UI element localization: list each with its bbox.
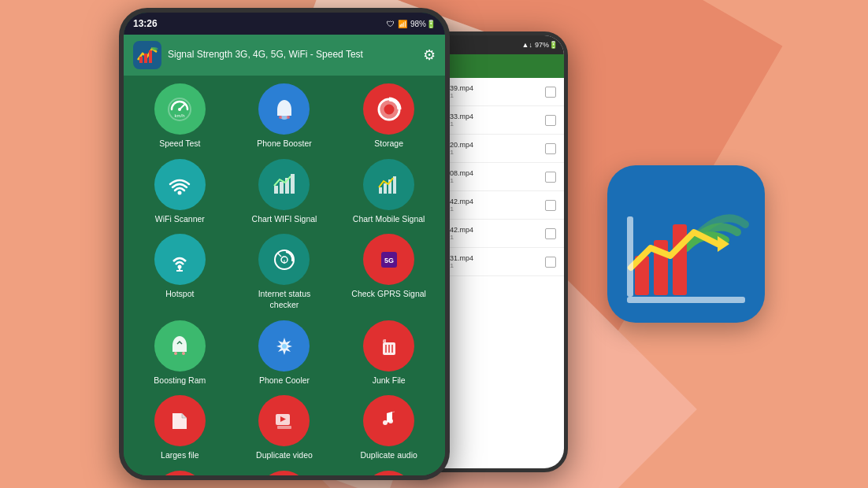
internet-status-label: Internet status checker [245,289,324,310]
grid-row-1: km/h Speed Test [128,83,441,150]
file-checkbox-1[interactable] [545,115,556,126]
grid-item-images[interactable] [140,471,219,475]
svg-text:km/h: km/h [175,113,185,118]
grid-row-3: Hotspot i Internet status [128,234,441,310]
grid-item-chart-mobile[interactable]: Chart Mobile Signal [350,159,428,225]
file-checkbox-4[interactable] [545,200,556,211]
file-checkbox-6[interactable] [545,257,556,268]
speed-test-label: Speed Test [159,139,200,150]
svg-point-29 [182,352,185,355]
svg-text:i: i [284,259,285,264]
wifi-scanner-icon [154,159,206,210]
grid-item-phone-booster[interactable]: Phone Booster [245,83,324,150]
check-gprs-label: Check GPRS Signal [351,289,426,300]
duplicate-audio-icon [363,395,414,446]
svg-point-9 [287,116,290,119]
phone-2-battery: 97%🔋 [535,41,558,49]
chart-wifi-label: Chart WIFI Signal [252,214,317,225]
svg-rect-16 [291,174,295,194]
svg-rect-1 [144,54,147,63]
svg-rect-37 [277,426,291,429]
app-icon-small [133,41,161,69]
svg-point-30 [282,344,287,349]
grid-item-larges-file[interactable]: Larges file [140,395,219,461]
file-checkbox-3[interactable] [545,172,556,183]
hotspot-icon [154,234,206,285]
svg-point-5 [178,108,181,111]
grid-item-wifi-scanner[interactable]: WiFi Scanner [140,159,219,225]
grid-item-check-gprs[interactable]: 5G Check GPRS Signal [350,234,428,310]
svg-point-39 [388,419,393,423]
file-checkbox-5[interactable] [545,228,556,239]
grid-row-5: Larges file Duplicate video [128,395,441,461]
settings-button[interactable]: ⚙ [423,46,436,64]
grid-item-phone-cooler[interactable]: Phone Cooler [245,320,324,386]
grid-item-hotspot[interactable]: Hotspot [140,234,219,310]
wifi-scanner-label: WiFi Scanner [155,214,205,225]
grid-item-internet-status[interactable]: i Internet status checker [245,234,324,310]
grid-item-boosting-ram[interactable]: Boosting Ram [140,320,219,386]
file-checkbox-2[interactable] [545,143,556,154]
svg-point-11 [382,102,396,116]
docs-icon [258,471,310,475]
file-checkbox-0[interactable] [545,87,556,98]
duplicate-video-label: Duplicate video [256,450,313,461]
app-content[interactable]: km/h Speed Test [124,76,445,475]
internet-status-icon: i [258,234,310,285]
app-header: Signal Strength 3G, 4G, 5G, WiFi - Speed… [124,35,445,76]
svg-point-28 [174,352,177,355]
main-container: 13:26 🛡 📶 98%🔋 [0,0,868,488]
chart-mobile-icon [363,159,414,210]
grid-row-4: Boosting Ram Phone Cooler [128,320,441,386]
grid-item-junk-file[interactable]: Junk File [350,320,428,386]
svg-line-24 [278,253,281,257]
grid-item-speed-test[interactable]: km/h Speed Test [140,83,219,150]
boosting-ram-label: Boosting Ram [154,375,206,386]
phone-booster-icon [258,83,310,135]
app-icon-svg [619,177,753,311]
svg-rect-2 [149,50,152,63]
hotspot-label: Hotspot [165,289,194,300]
duplicate-video-icon [258,395,310,446]
svg-point-8 [279,116,282,119]
svg-rect-52 [627,297,745,303]
images-icon [154,471,206,475]
phone-2-signal: ▲↓ [522,41,532,49]
junk-file-label: Junk File [373,375,406,386]
grid-item-storage[interactable]: Storage [350,83,428,150]
chart-wifi-icon [258,159,310,210]
storage-icon [363,83,414,135]
chart-mobile-label: Chart Mobile Signal [353,214,425,225]
phone-1: 13:26 🛡 📶 98%🔋 [119,8,450,480]
status-bar-1: 13:26 🛡 📶 98%🔋 [124,13,445,35]
speed-test-icon: km/h [154,83,206,135]
grid-item-folder[interactable] [350,471,428,475]
svg-rect-17 [379,187,382,194]
app-title: Signal Strength 3G, 4G, 5G, WiFi - Speed… [168,49,417,61]
phone-1-screen: 13:26 🛡 📶 98%🔋 [124,13,445,475]
svg-rect-13 [274,186,278,194]
grid-row-2: WiFi Scanner Chart WIFI S [128,159,441,225]
status-time: 13:26 [133,18,158,29]
wifi-icon: 📶 [398,20,407,28]
grid-item-chart-wifi[interactable]: Chart WIFI Signal [245,159,324,225]
duplicate-audio-label: Duplicate audio [360,450,417,461]
battery-icon: 98%🔋 [410,20,436,28]
app-icon-large [607,165,765,323]
grid-item-docs[interactable] [245,471,324,475]
svg-rect-53 [627,216,633,297]
phone-cooler-label: Phone Cooler [259,375,310,386]
larges-file-label: Larges file [161,450,198,461]
grid-item-duplicate-video[interactable]: Duplicate video [245,395,324,461]
notification-icon: 🛡 [387,20,395,28]
svg-rect-20 [393,176,396,194]
check-gprs-icon: 5G [363,234,414,285]
grid-item-duplicate-audio[interactable]: Duplicate audio [350,395,428,461]
storage-label: Storage [374,139,403,150]
folder-icon [363,471,414,475]
phone-booster-label: Phone Booster [257,139,311,150]
svg-point-12 [178,191,182,195]
status-icons: 🛡 📶 98%🔋 [387,20,436,28]
larges-file-icon [154,395,206,446]
svg-point-38 [383,420,388,425]
